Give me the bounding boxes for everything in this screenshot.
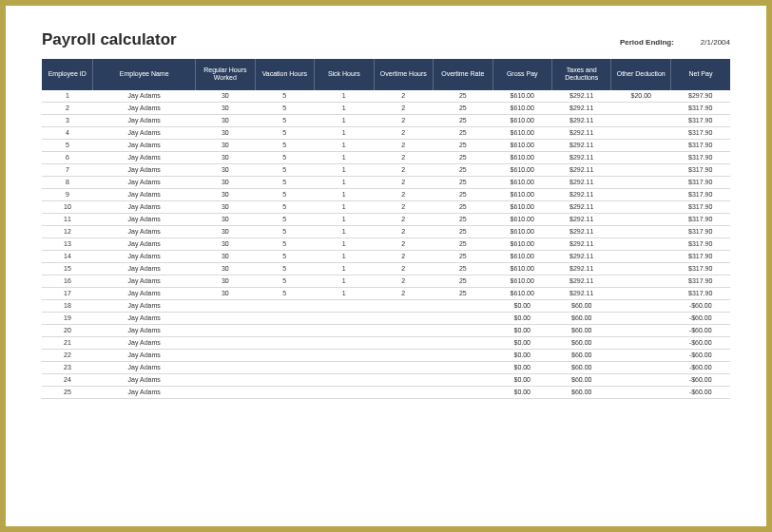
- cell-sick: 1: [315, 200, 374, 213]
- cell-sick: 1: [315, 102, 374, 114]
- cell-reg: 30: [196, 200, 255, 213]
- table-row: 24Jay Adams$0.00$60.00-$60.00: [42, 373, 730, 386]
- cell-sick: 1: [315, 275, 374, 287]
- cell-id: 14: [42, 250, 93, 262]
- cell-reg: 30: [196, 188, 255, 200]
- cell-other: [611, 336, 670, 349]
- cell-tax: $292.11: [552, 213, 611, 225]
- cell-vac: [255, 361, 314, 373]
- col-overtime-rate: Overtime Rate: [434, 59, 492, 90]
- cell-net: $297.90: [670, 90, 730, 103]
- cell-oth: 2: [374, 275, 433, 287]
- cell-oth: 2: [374, 139, 433, 151]
- table-row: 4Jay Adams3051225$610.00$292.11$317.90: [42, 126, 730, 139]
- cell-reg: 30: [196, 102, 255, 114]
- cell-net: $317.90: [670, 200, 730, 213]
- period-ending-label: Period Ending:: [620, 38, 674, 47]
- cell-id: 6: [42, 151, 93, 163]
- cell-reg: [196, 349, 255, 361]
- cell-name: Jay Adams: [93, 238, 196, 250]
- cell-reg: 30: [196, 139, 255, 151]
- cell-sick: [315, 349, 374, 361]
- cell-otr: [434, 336, 492, 349]
- table-row: 21Jay Adams$0.00$60.00-$60.00: [42, 336, 730, 349]
- cell-oth: 2: [374, 250, 433, 262]
- cell-net: $317.90: [670, 213, 730, 225]
- cell-gross: $610.00: [492, 250, 551, 262]
- cell-name: Jay Adams: [93, 287, 196, 299]
- cell-oth: 2: [374, 213, 433, 225]
- cell-sick: 1: [315, 163, 374, 176]
- cell-tax: $292.11: [552, 139, 611, 151]
- cell-net: -$60.00: [670, 386, 730, 398]
- cell-net: -$60.00: [670, 299, 730, 312]
- cell-tax: $60.00: [552, 373, 611, 386]
- cell-gross: $610.00: [492, 225, 551, 238]
- cell-gross: $0.00: [492, 386, 551, 398]
- cell-vac: [255, 299, 314, 312]
- col-employee-id: Employee ID: [42, 59, 93, 90]
- table-row: 15Jay Adams3051225$610.00$292.11$317.90: [42, 262, 730, 275]
- cell-name: Jay Adams: [93, 324, 196, 336]
- cell-id: 22: [42, 349, 93, 361]
- cell-other: [611, 151, 670, 163]
- col-employee-name: Employee Name: [93, 59, 196, 90]
- cell-sick: [315, 324, 374, 336]
- cell-net: $317.90: [670, 176, 730, 188]
- cell-otr: [434, 299, 492, 312]
- cell-id: 12: [42, 225, 93, 238]
- cell-otr: 25: [434, 238, 492, 250]
- cell-other: [611, 312, 670, 324]
- cell-sick: 1: [315, 287, 374, 299]
- cell-sick: 1: [315, 238, 374, 250]
- table-row: 19Jay Adams$0.00$60.00-$60.00: [42, 312, 730, 324]
- cell-name: Jay Adams: [93, 336, 196, 349]
- cell-reg: 30: [196, 114, 255, 126]
- cell-otr: 25: [434, 151, 492, 163]
- cell-sick: 1: [315, 262, 374, 275]
- cell-id: 11: [42, 213, 93, 225]
- cell-other: [611, 386, 670, 398]
- cell-vac: [255, 373, 314, 386]
- cell-reg: 30: [196, 275, 255, 287]
- cell-id: 18: [42, 299, 93, 312]
- cell-other: [611, 250, 670, 262]
- cell-gross: $0.00: [492, 361, 551, 373]
- cell-reg: 30: [196, 238, 255, 250]
- document-frame: Payroll calculator Period Ending: 2/1/20…: [0, 0, 772, 532]
- cell-otr: 25: [434, 90, 492, 103]
- cell-sick: 1: [315, 225, 374, 238]
- cell-name: Jay Adams: [93, 139, 196, 151]
- cell-id: 17: [42, 287, 93, 299]
- cell-id: 3: [42, 114, 93, 126]
- cell-oth: 2: [374, 200, 433, 213]
- cell-gross: $610.00: [492, 114, 551, 126]
- cell-other: [611, 324, 670, 336]
- period-block: Period Ending: 2/1/2004: [620, 38, 730, 47]
- cell-otr: 25: [434, 114, 492, 126]
- cell-oth: [374, 336, 433, 349]
- cell-gross: $610.00: [492, 139, 551, 151]
- cell-oth: 2: [374, 114, 433, 126]
- cell-sick: 1: [315, 176, 374, 188]
- cell-otr: 25: [434, 262, 492, 275]
- cell-otr: 25: [434, 275, 492, 287]
- cell-oth: 2: [374, 90, 433, 103]
- cell-other: [611, 188, 670, 200]
- cell-name: Jay Adams: [93, 176, 196, 188]
- cell-oth: 2: [374, 262, 433, 275]
- cell-oth: 2: [374, 163, 433, 176]
- cell-reg: [196, 336, 255, 349]
- cell-sick: [315, 312, 374, 324]
- cell-oth: [374, 373, 433, 386]
- cell-tax: $292.11: [552, 126, 611, 139]
- cell-vac: 5: [255, 213, 314, 225]
- col-overtime-hours: Overtime Hours: [374, 59, 433, 90]
- cell-name: Jay Adams: [93, 126, 196, 139]
- table-row: 7Jay Adams3051225$610.00$292.11$317.90: [42, 163, 730, 176]
- cell-otr: 25: [434, 213, 492, 225]
- table-row: 18Jay Adams$0.00$60.00-$60.00: [42, 299, 730, 312]
- cell-otr: [434, 386, 492, 398]
- cell-id: 8: [42, 176, 93, 188]
- table-row: 22Jay Adams$0.00$60.00-$60.00: [42, 349, 730, 361]
